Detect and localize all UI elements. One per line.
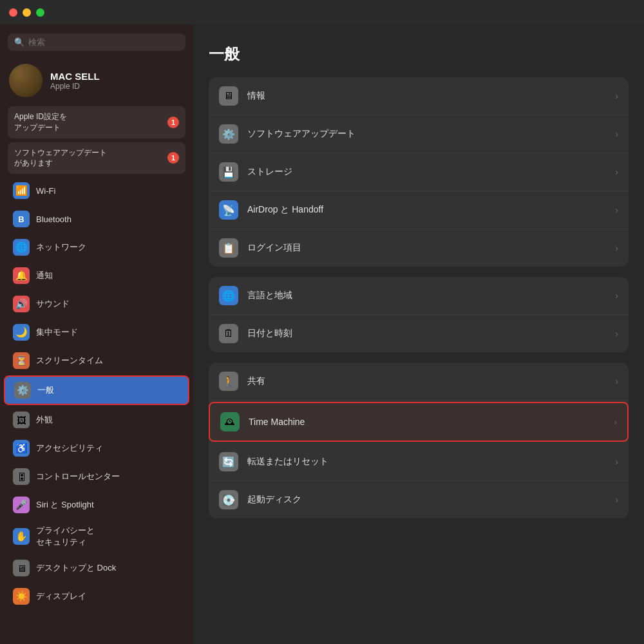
sidebar-item-desktop[interactable]: 🖥 デスクトップと Dock: [4, 554, 189, 582]
storage-icon: 💾: [219, 162, 238, 182]
notification-apple-id-badge: 1: [167, 117, 179, 128]
settings-row-update[interactable]: ⚙️ ソフトウェアアップデート ›: [209, 115, 629, 153]
sidebar-item-wifi-label: Wi-Fi: [36, 186, 55, 196]
wifi-icon: 📶: [13, 182, 30, 199]
user-info: MAC SELL Apple ID: [50, 71, 100, 91]
sidebar-item-notify-label: 通知: [36, 270, 53, 281]
bluetooth-icon: B: [13, 211, 30, 227]
settings-row-datetime[interactable]: 🗓 日付と時刻 ›: [209, 315, 629, 352]
privacy-icon: ✋: [13, 528, 30, 545]
sidebar-item-display-label: ディスプレイ: [36, 591, 86, 602]
login-chevron: ›: [615, 243, 618, 253]
search-box[interactable]: 🔍: [8, 33, 185, 51]
info-icon: 🖥: [219, 86, 238, 106]
screentime-icon: ⏳: [13, 352, 30, 369]
content-area: 一般 🖥 情報 › ⚙️ ソフトウェアアップデート › 💾 ストレージ › 📡 …: [193, 24, 644, 644]
network-icon: 🌐: [13, 239, 30, 256]
timemachine-icon: 🕰: [220, 412, 240, 431]
sidebar-item-focus-label: 集中モード: [36, 327, 78, 338]
sidebar-item-focus[interactable]: 🌙 集中モード: [4, 319, 189, 346]
search-input[interactable]: [28, 37, 179, 47]
notification-apple-id[interactable]: Apple ID設定をアップデート 1: [8, 106, 185, 138]
user-name: MAC SELL: [50, 71, 100, 82]
close-button[interactable]: [9, 8, 17, 17]
settings-row-login[interactable]: 📋 ログイン項目 ›: [209, 229, 629, 267]
settings-row-storage[interactable]: 💾 ストレージ ›: [209, 153, 629, 191]
focus-icon: 🌙: [13, 324, 30, 341]
transfer-chevron: ›: [615, 457, 618, 467]
sharing-label: 共有: [247, 375, 606, 387]
login-icon: 📋: [219, 238, 238, 258]
settings-row-language[interactable]: 🌐 言語と地域 ›: [209, 277, 629, 315]
settings-group-3: 🚶 共有 › 🕰 Time Machine › 🔄 転送またはリセット › 💽 …: [209, 363, 629, 518]
sidebar-item-appearance[interactable]: 🖼 外観: [4, 406, 189, 433]
sharing-icon: 🚶: [219, 372, 238, 391]
accessibility-icon: ♿: [13, 440, 30, 457]
settings-row-info[interactable]: 🖥 情報 ›: [209, 77, 629, 115]
sidebar-item-screentime[interactable]: ⏳ スクリーンタイム: [4, 347, 189, 374]
sidebar-item-privacy[interactable]: ✋ プライバシーとセキュリティ: [4, 520, 189, 553]
sharing-chevron: ›: [615, 376, 618, 386]
airdrop-chevron: ›: [615, 205, 618, 215]
startup-label: 起動ディスク: [247, 494, 606, 506]
page-title: 一般: [209, 44, 629, 64]
sidebar-item-siri-label: Siri と Spotlight: [36, 499, 94, 511]
user-profile[interactable]: MAC SELL Apple ID: [0, 57, 193, 105]
startup-chevron: ›: [615, 495, 618, 505]
sidebar-item-notify[interactable]: 🔔 通知: [4, 262, 189, 289]
datetime-chevron: ›: [615, 328, 618, 339]
sidebar-item-siri[interactable]: 🎤 Siri と Spotlight: [4, 491, 189, 518]
avatar: [9, 64, 43, 97]
timemachine-chevron: ›: [614, 417, 617, 427]
sidebar-item-general[interactable]: ⚙️ 一般: [4, 375, 189, 405]
update-icon: ⚙️: [219, 124, 238, 144]
settings-row-transfer[interactable]: 🔄 転送またはリセット ›: [209, 443, 629, 481]
titlebar: [0, 0, 644, 24]
update-chevron: ›: [615, 129, 618, 139]
sidebar-item-control[interactable]: 🎛 コントロールセンター: [4, 463, 189, 490]
login-label: ログイン項目: [247, 242, 606, 254]
notify-icon: 🔔: [13, 267, 30, 284]
sidebar-item-screentime-label: スクリーンタイム: [36, 355, 103, 366]
general-icon: ⚙️: [14, 382, 31, 399]
settings-row-airdrop[interactable]: 📡 AirDrop と Handoff ›: [209, 191, 629, 229]
fullscreen-button[interactable]: [36, 8, 44, 17]
settings-row-timemachine[interactable]: 🕰 Time Machine ›: [209, 402, 629, 442]
settings-row-startup[interactable]: 💽 起動ディスク ›: [209, 481, 629, 518]
datetime-icon: 🗓: [219, 324, 238, 343]
notification-software-badge: 1: [167, 152, 179, 164]
settings-group-2: 🌐 言語と地域 › 🗓 日付と時刻 ›: [209, 277, 629, 352]
sidebar-item-network[interactable]: 🌐 ネットワーク: [4, 234, 189, 261]
sidebar-item-control-label: コントロールセンター: [36, 471, 120, 482]
sidebar-item-sound-label: サウンド: [36, 298, 70, 310]
sidebar-item-wifi[interactable]: 📶 Wi-Fi: [4, 177, 189, 204]
language-icon: 🌐: [219, 286, 238, 305]
sidebar-item-desktop-label: デスクトップと Dock: [36, 562, 116, 574]
settings-row-sharing[interactable]: 🚶 共有 ›: [209, 363, 629, 401]
sidebar-item-general-label: 一般: [37, 384, 54, 396]
transfer-label: 転送またはリセット: [247, 456, 606, 468]
sidebar-item-bluetooth[interactable]: B Bluetooth: [4, 205, 189, 232]
notification-software-update[interactable]: ソフトウェアアップデートがあります 1: [8, 142, 185, 175]
sound-icon: 🔊: [13, 296, 30, 312]
main-layout: 🔍 MAC SELL Apple ID Apple ID設定をアップデート 1 …: [0, 24, 644, 644]
airdrop-label: AirDrop と Handoff: [247, 204, 606, 216]
language-chevron: ›: [615, 290, 618, 301]
info-chevron: ›: [615, 91, 618, 101]
storage-chevron: ›: [615, 167, 618, 177]
user-subtitle: Apple ID: [50, 82, 100, 91]
sidebar-item-accessibility[interactable]: ♿ アクセシビリティ: [4, 435, 189, 462]
minimize-button[interactable]: [23, 8, 31, 17]
control-icon: 🎛: [13, 468, 30, 485]
sidebar-item-privacy-label: プライバシーとセキュリティ: [36, 525, 95, 548]
update-label: ソフトウェアアップデート: [247, 128, 606, 140]
sidebar-item-sound[interactable]: 🔊 サウンド: [4, 290, 189, 317]
sidebar-item-display[interactable]: ☀️ ディスプレイ: [4, 583, 189, 610]
storage-label: ストレージ: [247, 166, 606, 178]
settings-group-1: 🖥 情報 › ⚙️ ソフトウェアアップデート › 💾 ストレージ › 📡 Air…: [209, 77, 629, 267]
timemachine-label: Time Machine: [249, 417, 605, 427]
siri-icon: 🎤: [13, 497, 30, 513]
search-icon: 🔍: [14, 37, 24, 47]
sidebar-item-appearance-label: 外観: [36, 414, 53, 426]
info-label: 情報: [247, 90, 606, 102]
